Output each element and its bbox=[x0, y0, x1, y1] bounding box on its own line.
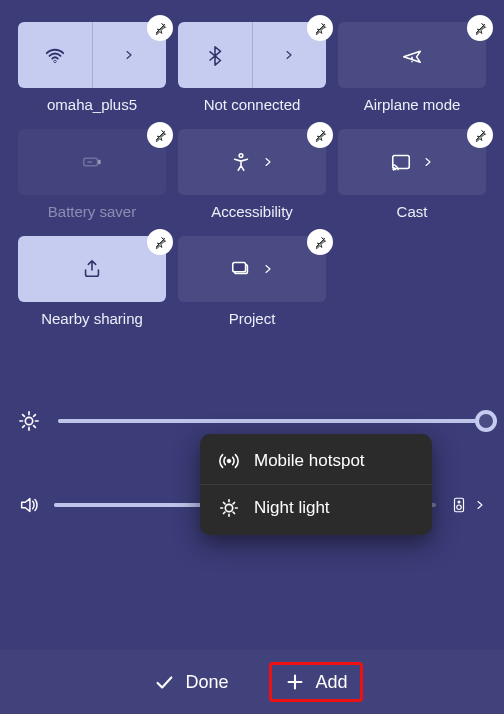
chevron-right-icon bbox=[262, 156, 274, 168]
volume-icon bbox=[18, 494, 40, 516]
battery-icon bbox=[81, 151, 103, 173]
chevron-right-icon bbox=[283, 49, 295, 61]
add-button[interactable]: Add bbox=[269, 662, 363, 702]
tile-share[interactable] bbox=[18, 236, 166, 302]
volume-slider-row: Mobile hotspotNight light bbox=[18, 481, 486, 529]
tile-cast[interactable] bbox=[338, 129, 486, 195]
unpin-button[interactable] bbox=[147, 15, 173, 41]
brightness-icon bbox=[18, 410, 40, 432]
tile-bluetooth[interactable] bbox=[178, 22, 326, 88]
chevron-right-icon bbox=[422, 156, 434, 168]
unpin-button[interactable] bbox=[467, 15, 493, 41]
done-label: Done bbox=[185, 672, 228, 693]
chevron-right-icon bbox=[262, 263, 274, 275]
tile-label: Nearby sharing bbox=[41, 310, 143, 327]
done-button[interactable]: Done bbox=[141, 663, 240, 701]
bluetooth-icon bbox=[204, 44, 226, 66]
unpin-button[interactable] bbox=[307, 122, 333, 148]
tile-project[interactable] bbox=[178, 236, 326, 302]
tile-label: Project bbox=[229, 310, 276, 327]
tile-access[interactable] bbox=[178, 129, 326, 195]
unpin-button[interactable] bbox=[467, 122, 493, 148]
tile-wifi-toggle[interactable] bbox=[18, 22, 93, 88]
menu-item-nightlight[interactable]: Night light bbox=[200, 485, 432, 531]
tile-label: Battery saver bbox=[48, 203, 136, 220]
tile-battery bbox=[18, 129, 166, 195]
cast-icon bbox=[390, 151, 412, 173]
menu-item-label: Mobile hotspot bbox=[254, 451, 365, 471]
unpin-button[interactable] bbox=[307, 229, 333, 255]
output-chevron-icon[interactable] bbox=[474, 499, 486, 511]
menu-item-label: Night light bbox=[254, 498, 330, 518]
output-device-icon[interactable] bbox=[450, 492, 468, 518]
tile-wifi[interactable] bbox=[18, 22, 166, 88]
check-icon bbox=[153, 671, 175, 693]
menu-item-hotspot[interactable]: Mobile hotspot bbox=[200, 438, 432, 485]
add-label: Add bbox=[316, 672, 348, 693]
wifi-icon bbox=[44, 44, 66, 66]
hotspot-icon bbox=[218, 450, 240, 472]
unpin-button[interactable] bbox=[147, 122, 173, 148]
brightness-slider[interactable] bbox=[58, 419, 486, 423]
unpin-button[interactable] bbox=[147, 229, 173, 255]
unpin-button[interactable] bbox=[307, 15, 333, 41]
tile-label: Airplane mode bbox=[364, 96, 461, 113]
tile-label: Cast bbox=[397, 203, 428, 220]
nightlight-icon bbox=[218, 497, 240, 519]
tile-label: Accessibility bbox=[211, 203, 293, 220]
project-icon bbox=[230, 258, 252, 280]
share-icon bbox=[81, 258, 103, 280]
plus-icon bbox=[284, 671, 306, 693]
tile-label: omaha_plus5 bbox=[47, 96, 137, 113]
access-icon bbox=[230, 151, 252, 173]
add-menu: Mobile hotspotNight light bbox=[200, 434, 432, 535]
airplane-icon bbox=[401, 44, 423, 66]
footer-bar: Done Add bbox=[0, 650, 504, 714]
tile-airplane[interactable] bbox=[338, 22, 486, 88]
tile-bluetooth-toggle[interactable] bbox=[178, 22, 253, 88]
tile-label: Not connected bbox=[204, 96, 301, 113]
chevron-right-icon bbox=[123, 49, 135, 61]
